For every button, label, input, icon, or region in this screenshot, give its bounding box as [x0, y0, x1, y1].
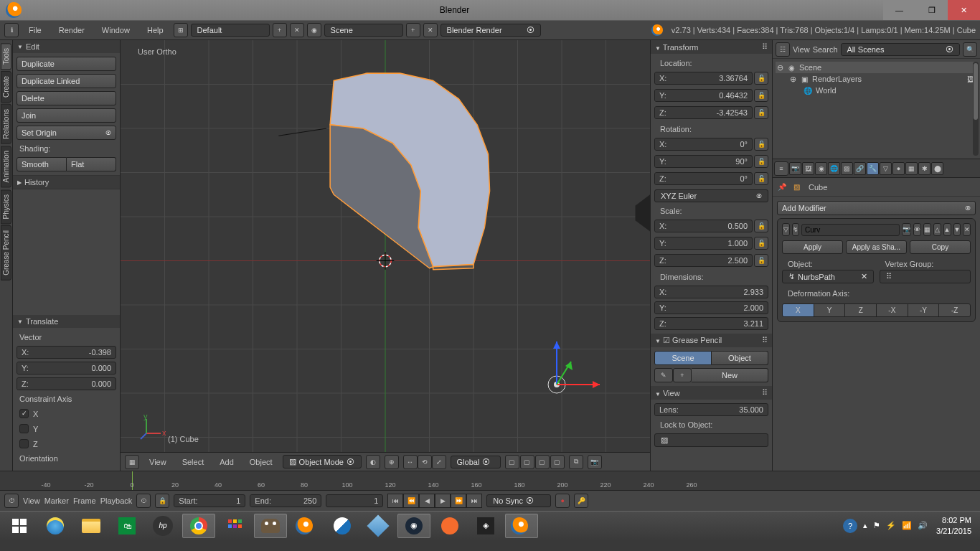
lock-icon[interactable]: 🔓 — [754, 254, 768, 267]
flag-icon[interactable]: ⚑ — [873, 521, 880, 530]
modifier-delete-icon[interactable]: ✕ — [963, 223, 971, 236]
view-panel-header[interactable]: ▼ View⠿ — [651, 386, 772, 400]
axis-nz-button[interactable]: -Z — [938, 304, 970, 316]
translate-y-field[interactable]: Y:0.000 — [17, 362, 116, 375]
autokey-icon[interactable]: ● — [555, 494, 570, 508]
menu-window[interactable]: Window — [95, 23, 137, 37]
keying-set-icon[interactable]: 🔑 — [574, 494, 588, 508]
minimize-button[interactable]: — — [883, 0, 915, 20]
gp-new-button[interactable]: New — [692, 368, 768, 382]
maximize-button[interactable]: ❐ — [915, 0, 948, 20]
gimp-icon[interactable] — [254, 514, 287, 538]
axis-ny-button[interactable]: -Y — [908, 304, 939, 316]
gp-scene-button[interactable]: Scene — [654, 351, 712, 365]
render-preview-icon[interactable]: 📷 — [588, 455, 602, 469]
join-button[interactable]: Join — [17, 108, 116, 123]
rot-y-field[interactable]: Y:90° — [654, 155, 753, 168]
tab-modifiers-icon[interactable]: 🔧 — [867, 162, 879, 175]
tab-physics[interactable]: Physics — [1, 189, 11, 224]
start-button[interactable] — [3, 514, 36, 538]
scene-browse-icon[interactable]: ◉ — [307, 23, 321, 37]
modifier-object-field[interactable]: ↯ NurbsPath✕ — [782, 270, 874, 283]
jump-start-icon[interactable]: ⏮ — [387, 494, 403, 508]
modifier-expand-icon[interactable]: ▽ — [782, 223, 790, 236]
axis-nx-button[interactable]: -X — [876, 304, 908, 316]
blender-running-icon[interactable] — [505, 514, 538, 538]
editor-type-icon[interactable]: ℹ — [4, 23, 19, 37]
dim-y-field[interactable]: Y:2.000 — [654, 301, 768, 314]
history-panel-header[interactable]: ▶History — [13, 176, 120, 189]
taskbar-clock[interactable]: 8:02 PM 3/21/2015 — [930, 515, 977, 536]
pivot-icon[interactable]: ⊕ — [385, 455, 399, 469]
manipulator-scale-icon[interactable]: ⤢ — [432, 455, 446, 469]
chrome-icon[interactable] — [182, 514, 215, 538]
axis-y-button[interactable]: Y — [814, 304, 845, 316]
tab-physics-icon[interactable]: ⬤ — [931, 162, 943, 175]
modifier-render-icon[interactable]: 📷 — [902, 223, 911, 236]
modifier-vgroup-field[interactable]: ⠿ — [880, 270, 971, 283]
tab-world-icon[interactable]: 🌐 — [828, 162, 840, 175]
network-icon[interactable]: 📶 — [902, 521, 912, 530]
tab-texture-icon[interactable]: ▦ — [905, 162, 918, 175]
scl-z-field[interactable]: Z:2.500 — [654, 254, 753, 267]
current-frame-field[interactable]: 1 — [326, 494, 383, 507]
render-engine-dropdown[interactable]: Blender Render⦿ — [440, 24, 541, 37]
tab-renderlayers-icon[interactable]: 🖼 — [802, 162, 814, 175]
edit-panel-header[interactable]: ▼Edit — [13, 40, 120, 53]
gp-object-button[interactable]: Object — [712, 351, 768, 365]
tab-render-icon[interactable]: 📷 — [789, 162, 801, 175]
constraint-z-checkbox[interactable]: Z — [17, 438, 116, 450]
translate-x-field[interactable]: X:-0.398 — [17, 346, 116, 359]
ie-icon[interactable] — [39, 514, 72, 538]
modifier-name-field[interactable] — [801, 224, 900, 236]
layout-browse-icon[interactable]: ⊞ — [174, 23, 188, 37]
lens-field[interactable]: Lens:35.000 — [654, 403, 768, 416]
play-icon[interactable]: ▶ — [435, 494, 451, 508]
lock-icon[interactable]: 🔓 — [754, 220, 768, 232]
axis-x-button[interactable]: X — [783, 304, 814, 316]
tl-lock-icon[interactable]: 🔒 — [155, 494, 169, 508]
help-icon[interactable]: ? — [843, 519, 857, 533]
tl-toggle-icon[interactable]: ⏲ — [136, 494, 151, 508]
mode-dropdown[interactable]: ▨ Object Mode ⦿ — [283, 455, 362, 468]
modifier-copy-button[interactable]: Copy — [910, 240, 971, 254]
outliner-scrollbar[interactable] — [973, 62, 979, 156]
vp-menu-add[interactable]: Add — [214, 456, 240, 468]
tab-relations[interactable]: Relations — [1, 104, 11, 144]
app-grid-icon[interactable] — [218, 514, 251, 538]
tree-renderlayers[interactable]: ⊕▣RenderLayers🖼 — [776, 73, 977, 85]
shade-smooth-button[interactable]: Smooth — [17, 157, 67, 171]
outliner-menu-search[interactable]: Search — [813, 45, 838, 54]
layout-remove-button[interactable]: ✕ — [290, 23, 304, 37]
timeline-editor-icon[interactable]: ⏱ — [4, 494, 19, 508]
tab-object-icon[interactable]: ▨ — [841, 162, 853, 175]
gp-draw-icon[interactable]: ✎ — [654, 368, 673, 382]
store-icon[interactable]: 🛍 — [110, 514, 143, 538]
constraint-x-checkbox[interactable]: X — [17, 408, 116, 420]
modifier-moveup-icon[interactable]: ▲ — [943, 223, 951, 236]
timeline-ruler[interactable]: -40-200204060801001201401601802002202402… — [0, 471, 980, 491]
hp-icon[interactable]: hp — [146, 514, 179, 538]
delete-button[interactable]: Delete — [17, 91, 116, 105]
openoffice-icon[interactable] — [326, 514, 359, 538]
next-key-icon[interactable]: ⏩ — [451, 494, 466, 508]
tab-grease-pencil[interactable]: Grease Pencil — [1, 225, 11, 281]
tab-tools[interactable]: Tools — [1, 43, 11, 70]
editor-type-viewport-icon[interactable]: ▦ — [125, 455, 139, 469]
outliner-menu-view[interactable]: View — [793, 45, 810, 54]
manipulator-rotate-icon[interactable]: ⟲ — [418, 455, 432, 469]
vp-menu-view[interactable]: View — [143, 456, 172, 468]
shade-flat-button[interactable]: Flat — [67, 157, 116, 171]
layout-add-button[interactable]: + — [273, 23, 287, 37]
translate-z-field[interactable]: Z:0.000 — [17, 377, 116, 390]
scene-add-button[interactable]: + — [406, 23, 420, 37]
tl-menu-marker[interactable]: Marker — [44, 496, 69, 505]
props-editor-type-icon[interactable]: ≡ — [774, 161, 788, 176]
modifier-movedown-icon[interactable]: ▼ — [953, 223, 961, 236]
lock-icon[interactable]: 🔓 — [754, 172, 768, 185]
constraint-y-checkbox[interactable]: Y — [17, 423, 116, 435]
layer-button[interactable]: ▢ — [505, 455, 519, 469]
scene-remove-button[interactable]: ✕ — [423, 23, 438, 37]
tab-create[interactable]: Create — [1, 71, 11, 103]
pin-icon[interactable]: 📌 — [777, 182, 787, 192]
